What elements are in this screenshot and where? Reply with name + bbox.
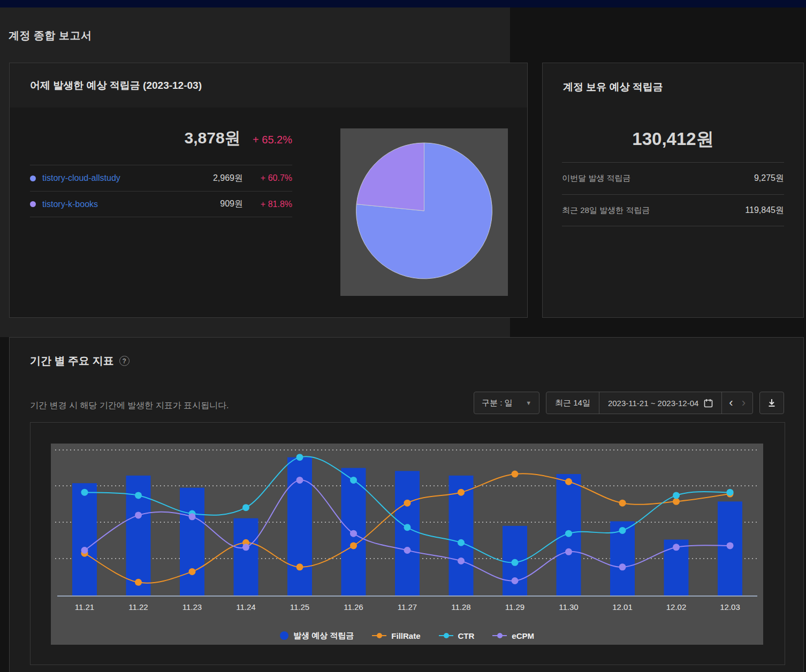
bar (234, 518, 258, 596)
data-point (296, 454, 303, 461)
x-axis-label: 12.03 (720, 602, 740, 612)
legend-item[interactable]: 발생 예상 적립금 (280, 631, 354, 641)
data-point (727, 489, 734, 496)
account-list: tistory-cloud-allstudy 2,969원 + 60.7% ti… (30, 165, 292, 217)
unit-select-label: 구분 : 일 (482, 398, 513, 408)
balance-rows: 이번달 발생 적립금 9,275원 최근 28일 발생한 적립금 119,845… (562, 162, 784, 226)
yesterday-earnings-card: 어제 발생한 예상 적립금 (2023-12-03) 3,878원 + 65.2… (9, 63, 528, 318)
chevron-down-icon: ▼ (526, 400, 531, 406)
account-change: + 81.8% (243, 200, 292, 209)
balance-row-label: 이번달 발생 적립금 (562, 173, 630, 184)
page-title: 계정 종합 보고서 (9, 28, 92, 43)
legend-label: FillRate (391, 631, 420, 640)
date-range-button[interactable]: 2023-11-21 ~ 2023-12-04 (599, 392, 721, 414)
x-axis-label: 11.30 (559, 602, 578, 612)
yesterday-total-change: + 65.2% (253, 134, 292, 146)
account-link[interactable]: tistory-cloud-allstudy (42, 173, 120, 183)
legend-circle-swatch (280, 631, 288, 640)
data-point (135, 492, 142, 499)
x-axis-label: 11.22 (128, 602, 148, 612)
data-point (673, 498, 680, 505)
metrics-chart-plot: 11.2111.2211.2311.2411.2511.2611.2711.28… (51, 444, 763, 645)
data-point (404, 500, 411, 507)
range-preset-label: 최근 14일 (555, 398, 590, 408)
data-point (512, 559, 519, 566)
data-point (619, 527, 626, 534)
yesterday-card-header: 어제 발생한 예상 적립금 (2023-12-03) (10, 63, 527, 108)
data-point (673, 492, 680, 499)
data-point (565, 478, 572, 485)
x-axis-label: 11.28 (451, 602, 470, 612)
data-point (619, 500, 626, 507)
earnings-pie-chart (340, 128, 508, 296)
legend-label: eCPM (512, 631, 534, 640)
data-point (458, 558, 465, 564)
metrics-chart-box: 11.2111.2211.2311.2411.2511.2611.2711.28… (30, 422, 785, 665)
period-metrics-section: 기간 별 주요 지표 ? 기간 변경 시 해당 기간에 발생한 지표가 표시됩니… (9, 337, 804, 672)
x-axis-label: 11.23 (183, 602, 202, 612)
x-axis-label: 11.27 (398, 602, 417, 612)
account-link[interactable]: tistory-k-books (42, 200, 98, 209)
data-point (619, 563, 626, 570)
data-point (404, 524, 411, 531)
range-preset-button[interactable]: 최근 14일 (546, 392, 599, 414)
prev-period-button[interactable]: ‹ (729, 397, 733, 409)
data-point (189, 513, 196, 520)
x-axis-label: 11.25 (290, 602, 309, 612)
x-axis-label: 12.01 (612, 602, 633, 612)
data-point (565, 530, 572, 537)
balance-row: 최근 28일 발생한 적립금 119,845원 (562, 194, 784, 226)
yesterday-total-amount: 3,878원 (185, 129, 241, 147)
download-icon (767, 398, 777, 408)
balance-card: 계정 보유 예상 적립금 130,412원 이번달 발생 적립금 9,275원 … (542, 63, 804, 318)
account-change: + 60.7% (243, 173, 292, 183)
section-title: 기간 별 주요 지표 (30, 354, 114, 368)
top-nav-bar (0, 0, 806, 7)
bar (180, 488, 204, 596)
unit-select-dropdown[interactable]: 구분 : 일 ▼ (474, 392, 539, 414)
section-title-row: 기간 별 주요 지표 ? (30, 354, 130, 368)
data-point (296, 477, 303, 484)
date-range-group: 최근 14일 2023-11-21 ~ 2023-12-04 ‹ › (546, 392, 753, 414)
data-point (458, 539, 465, 546)
bar (395, 471, 420, 596)
bar (72, 483, 97, 596)
account-row: tistory-k-books 909원 + 81.8% (30, 191, 292, 217)
balance-row-value: 119,845원 (745, 205, 784, 216)
yesterday-total-row: 3,878원 + 65.2% (30, 127, 292, 149)
account-row: tistory-cloud-allstudy 2,969원 + 60.7% (30, 165, 292, 191)
help-icon[interactable]: ? (119, 356, 130, 366)
pie-chart-svg (340, 128, 508, 296)
account-bullet-icon (30, 201, 36, 207)
legend-label: 발생 예상 적립금 (293, 631, 354, 641)
date-range-label: 2023-11-21 ~ 2023-12-04 (608, 399, 698, 408)
section-description: 기간 변경 시 해당 기간에 발생한 지표가 표시됩니다. (30, 400, 229, 411)
legend-line-swatch (439, 633, 453, 638)
balance-row-label: 최근 28일 발생한 적립금 (562, 205, 650, 216)
balance-row: 이번달 발생 적립금 9,275원 (562, 162, 784, 194)
data-point (727, 542, 734, 549)
data-point (296, 563, 303, 570)
x-axis-label: 12.02 (666, 602, 687, 612)
legend-label: CTR (458, 631, 475, 640)
next-period-button[interactable]: › (742, 397, 746, 409)
download-button[interactable] (759, 392, 784, 414)
data-point (350, 477, 357, 484)
data-point (673, 544, 680, 551)
legend-item[interactable]: FillRate (372, 631, 420, 640)
legend-item[interactable]: eCPM (492, 631, 534, 640)
legend-item[interactable]: CTR (439, 631, 475, 640)
balance-row-value: 9,275원 (754, 173, 784, 184)
calendar-icon (704, 399, 713, 408)
date-pager: ‹ › (721, 392, 752, 414)
data-point (242, 504, 249, 511)
legend-line-swatch (372, 633, 386, 638)
x-axis-label: 11.24 (236, 602, 255, 612)
legend-line-swatch (492, 633, 507, 638)
data-point (512, 471, 519, 478)
account-bullet-icon (30, 175, 36, 181)
x-axis-label: 11.21 (75, 602, 94, 612)
yesterday-card-title: 어제 발생한 예상 적립금 (2023-12-03) (30, 79, 202, 93)
data-point (135, 511, 142, 518)
balance-total-amount: 130,412원 (543, 127, 803, 151)
